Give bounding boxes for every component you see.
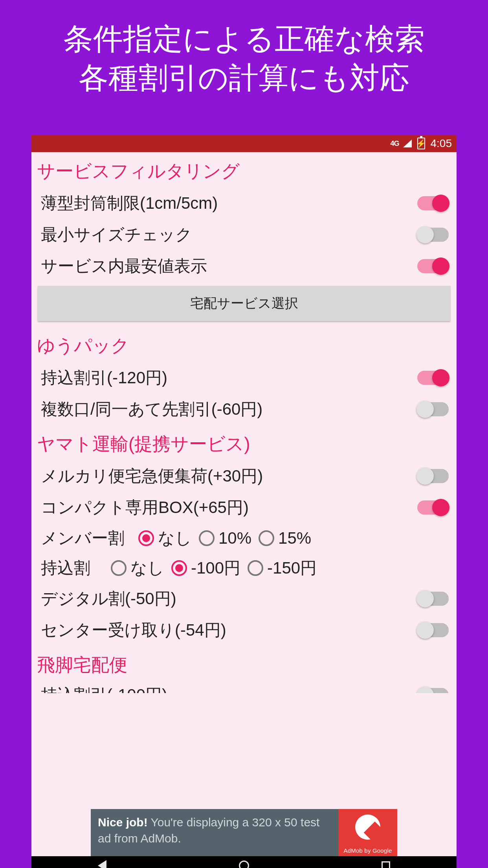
row-thin-envelope: 薄型封筒制限(1cm/5cm) — [36, 188, 452, 219]
status-time: 4:05 — [431, 137, 452, 150]
radio-text: なし — [158, 527, 192, 549]
section-title-filtering: サービスフィルタリング — [36, 152, 452, 188]
row-yupack-multidst: 複数口/同一あて先割引(-60円) — [36, 394, 452, 425]
toggle-yupack-multidst[interactable] — [417, 402, 449, 416]
radio-icon — [248, 560, 263, 576]
row-bringin-discount: 持込割 なし -100円 -150円 — [36, 553, 452, 583]
toggle-cheapest[interactable] — [417, 259, 449, 273]
radio-text: 15% — [278, 529, 311, 548]
row-digital-discount: デジタル割(-50円) — [36, 583, 452, 614]
radio-bringin-none[interactable]: なし — [111, 557, 164, 579]
label-sagawa-bringin: 持込割引(-100円) — [41, 684, 167, 693]
row-mercari-pickup: メルカリ便宅急便集荷(+30円) — [36, 460, 452, 492]
radio-text: 10% — [218, 529, 251, 548]
label-mercari-pickup: メルカリ便宅急便集荷(+30円) — [41, 465, 263, 487]
row-yupack-bringin: 持込割引(-120円) — [36, 362, 452, 394]
radio-icon — [171, 560, 187, 576]
radio-icon — [199, 530, 215, 546]
radio-member-15[interactable]: 15% — [259, 529, 311, 548]
radio-bringin-150[interactable]: -150円 — [248, 557, 317, 579]
row-min-size: 最小サイズチェック — [36, 219, 452, 250]
radio-bringin-100[interactable]: -100円 — [171, 557, 240, 579]
phone-frame: 4G ⚡ 4:05 サービスフィルタリング 薄型封筒制限(1cm/5cm) 最小… — [31, 135, 457, 868]
row-member-discount: メンバー割 なし 10% 15% — [36, 523, 452, 553]
radio-text: -150円 — [267, 557, 317, 579]
admob-label: AdMob by Google — [343, 847, 392, 854]
radio-member-none[interactable]: なし — [138, 527, 192, 549]
toggle-sagawa-bringin[interactable] — [417, 688, 449, 693]
section-title-yupack: ゆうパック — [36, 327, 452, 362]
row-sagawa-bringin-partial: 持込割引(-100円) — [36, 681, 452, 693]
nav-back-icon[interactable] — [98, 860, 106, 868]
label-yupack-multidst: 複数口/同一あて先割引(-60円) — [41, 398, 262, 420]
service-select-button[interactable]: 宅配サービス選択 — [38, 286, 450, 321]
row-center-receive: センター受け取り(-54円) — [36, 614, 452, 646]
toggle-mercari-pickup[interactable] — [417, 469, 449, 483]
battery-charging-icon: ⚡ — [417, 138, 425, 149]
section-title-sagawa: 飛脚宅配便 — [36, 646, 452, 681]
radio-text: なし — [130, 557, 164, 579]
nav-home-icon[interactable] — [239, 861, 249, 868]
android-nav-bar — [31, 856, 457, 868]
toggle-min-size[interactable] — [417, 228, 449, 242]
ad-brand-box: AdMob by Google — [338, 809, 397, 856]
label-thin-envelope: 薄型封筒制限(1cm/5cm) — [41, 192, 218, 214]
nav-recent-icon[interactable] — [382, 861, 390, 868]
row-compact-box: コンパクト専用BOX(+65円) — [36, 492, 452, 523]
label-compact-box: コンパクト専用BOX(+65円) — [41, 497, 249, 519]
label-cheapest: サービス内最安値表示 — [41, 255, 207, 277]
label-yupack-bringin: 持込割引(-120円) — [41, 367, 167, 389]
row-cheapest: サービス内最安値表示 — [36, 250, 452, 282]
label-member-discount: メンバー割 — [41, 527, 131, 549]
hero-line-2: 各種割引の計算にも対応 — [0, 59, 488, 97]
label-center-receive: センター受け取り(-54円) — [41, 619, 226, 641]
hero-headline: 条件指定による正確な検索 各種割引の計算にも対応 — [0, 0, 488, 97]
radio-icon — [259, 530, 274, 546]
ad-strong: Nice job! — [98, 816, 148, 829]
radio-icon — [138, 530, 154, 546]
section-title-yamato: ヤマト運輸(提携サービス) — [36, 425, 452, 460]
radio-member-10[interactable]: 10% — [199, 529, 251, 548]
admob-icon — [355, 815, 380, 840]
radio-text: -100円 — [191, 557, 240, 579]
network-4g-icon: 4G — [390, 140, 399, 148]
signal-icon — [403, 140, 412, 147]
ad-text: Nice job! You're displaying a 320 x 50 t… — [91, 809, 338, 856]
toggle-yupack-bringin[interactable] — [417, 371, 449, 385]
radio-icon — [111, 560, 127, 576]
label-digital-discount: デジタル割(-50円) — [41, 588, 176, 610]
toggle-compact-box[interactable] — [417, 500, 449, 515]
label-bringin-discount: 持込割 — [41, 557, 104, 579]
toggle-thin-envelope[interactable] — [417, 196, 449, 210]
toggle-digital-discount[interactable] — [417, 592, 449, 606]
label-min-size: 最小サイズチェック — [41, 224, 192, 246]
status-bar: 4G ⚡ 4:05 — [31, 135, 457, 152]
hero-line-1: 条件指定による正確な検索 — [0, 20, 488, 59]
toggle-center-receive[interactable] — [417, 623, 449, 637]
ad-banner[interactable]: Nice job! You're displaying a 320 x 50 t… — [91, 809, 397, 856]
